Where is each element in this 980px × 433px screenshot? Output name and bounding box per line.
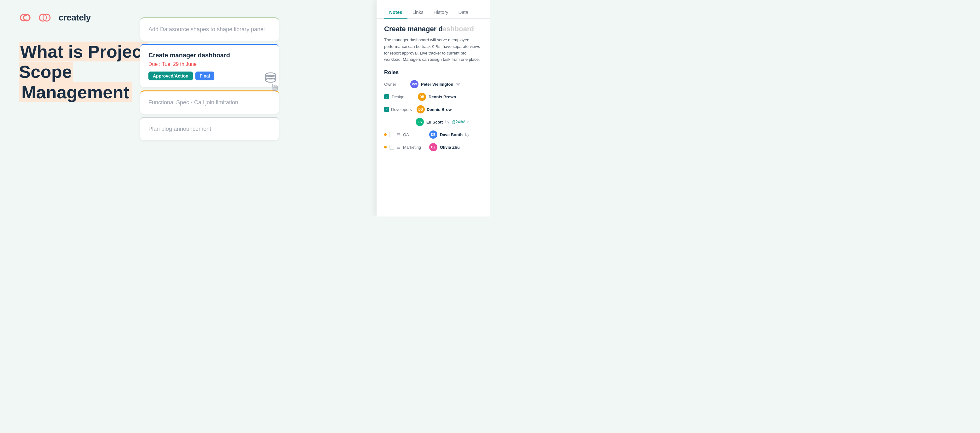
- orange-dot-marketing: [384, 146, 387, 148]
- role-design: ✓ Design DB Dennis Brown: [384, 93, 482, 101]
- hero-title-line1: What is Project Scope: [19, 41, 148, 82]
- panel-content: Create manager dashboard The manager das…: [377, 19, 490, 216]
- svg-point-4: [43, 15, 46, 20]
- person-dave: Dave Booth: [440, 132, 463, 137]
- hero-title-highlight: Management: [19, 82, 132, 102]
- panel-main-title: Create manager dashboard: [384, 25, 482, 33]
- card-dashboard-due: Due : Tue, 29 th June: [148, 62, 271, 67]
- person-dennis-design: Dennis Brown: [428, 94, 456, 99]
- cards-section: Add Datasource shapes to shape library p…: [140, 18, 279, 143]
- creately-logo-icon: [19, 13, 35, 22]
- list-icon-qa: ☰: [397, 132, 401, 137]
- role-developers: ✓ Developers DB Dennis Brow: [384, 105, 482, 113]
- role-marketing-label: Marketing: [403, 145, 427, 150]
- tab-history[interactable]: History: [428, 6, 453, 19]
- avatar-dave: DB: [429, 131, 438, 138]
- creately-logo-mark: [38, 13, 55, 22]
- avatar-olivia: OZ: [429, 143, 438, 151]
- avatar-peter: PW: [410, 80, 418, 88]
- badge-container: Approved/Action Final: [148, 72, 271, 80]
- checkbox-developers[interactable]: ✓: [384, 107, 389, 112]
- list-icon-marketing: ☰: [397, 145, 401, 150]
- card-datasource[interactable]: Add Datasource shapes to shape library p…: [140, 18, 279, 41]
- person-dennis-dev: Dennis Brow: [427, 107, 452, 112]
- tab-links[interactable]: Links: [407, 6, 428, 19]
- avatar-dennis-dev: DB: [417, 105, 425, 113]
- badge-final: Final: [196, 72, 215, 80]
- roles-section-title: Roles: [384, 69, 482, 76]
- checkbox-marketing[interactable]: [389, 145, 394, 150]
- role-owner: Owner PW Peter Wellington by: [384, 80, 482, 88]
- checkbox-design[interactable]: ✓: [384, 94, 389, 99]
- role-qa: ☰ QA DB Dave Booth by: [384, 131, 482, 138]
- role-design-label: Design: [392, 94, 415, 99]
- db-cursor-icon: [264, 71, 286, 96]
- panel-tabs: Notes Links History Data: [377, 0, 490, 19]
- role-qa-label: QA: [403, 132, 427, 137]
- orange-dot-qa: [384, 133, 387, 136]
- panel-description: The manager dashboard will serve a emplo…: [384, 37, 482, 63]
- person-eli: Eli Scott: [426, 120, 443, 124]
- card-manager-dashboard[interactable]: Create manager dashboard Due : Tue, 29 t…: [140, 44, 279, 87]
- checkbox-qa[interactable]: [389, 132, 394, 137]
- person-peter: Peter Wellington: [421, 82, 453, 87]
- role-developers-label: Developers: [391, 107, 415, 112]
- card-plan-blog[interactable]: Plan blog announcement: [140, 117, 279, 140]
- card-dashboard-title: Create manager dashboard: [148, 52, 271, 59]
- logo-text: creately: [59, 13, 91, 23]
- card-plan-blog-text: Plan blog announcement: [148, 125, 271, 133]
- badge-approved: Approved/Action: [148, 72, 193, 80]
- role-owner-label: Owner: [384, 82, 408, 87]
- card-functional-spec[interactable]: Functional Spec - Call join limitation.: [140, 91, 279, 114]
- role-developers-eli: ES Eli Scott by @24thApr: [384, 118, 482, 126]
- card-datasource-text: Add Datasource shapes to shape library p…: [148, 25, 271, 34]
- card-functional-spec-text: Functional Spec - Call join limitation.: [148, 98, 271, 107]
- tab-notes[interactable]: Notes: [384, 6, 407, 19]
- avatar-dennis: DB: [418, 93, 426, 101]
- right-panel: Notes Links History Data Create manager …: [377, 0, 490, 216]
- person-olivia: Olivia Zhu: [440, 145, 460, 150]
- avatar-eli: ES: [416, 118, 424, 126]
- role-marketing: ☰ Marketing OZ Olivia Zhu: [384, 143, 482, 151]
- tab-data[interactable]: Data: [453, 6, 473, 19]
